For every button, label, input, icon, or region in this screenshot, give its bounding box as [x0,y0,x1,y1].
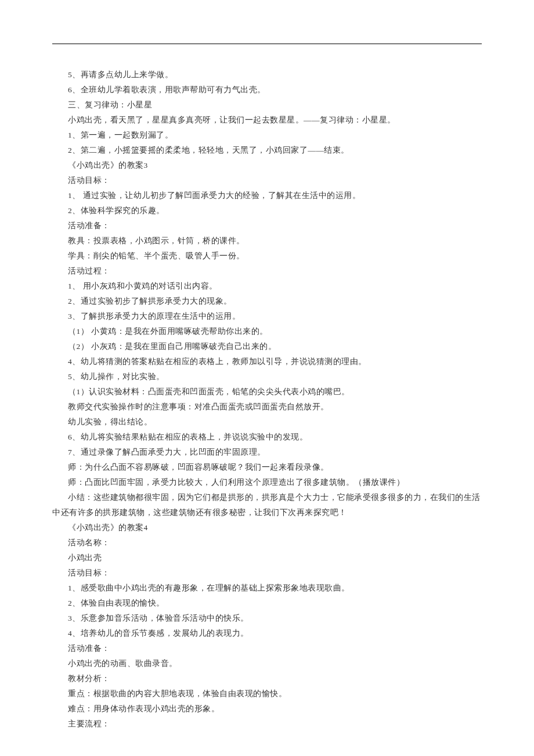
text-line: 学具：削尖的铅笔、半个蛋壳、吸管人手一份。 [52,249,482,264]
text-line: 4、培养幼儿的音乐节奏感，发展幼儿的表现力。 [52,626,482,641]
text-line: 1、 用小灰鸡和小黄鸡的对话引出内容。 [52,279,482,294]
text-line: 《小鸡出壳》的教案3 [52,158,482,173]
text-line: 5、幼儿操作，对比实验。 [52,369,482,384]
text-line: 教具：投票表格，小鸡图示，针筒，桥的课件。 [52,233,482,249]
text-line: 难点：用身体动作表现小鸡出壳的形象。 [52,701,482,717]
text-line: 6、全班幼儿学着歌表演，用歌声帮助可有力气出壳。 [52,82,482,98]
text-line: 3、乐意参加音乐活动，体验音乐活动中的快乐。 [52,611,482,626]
text-line: 师：凸面比凹面牢固，承受力比较大，人们利用这个原理造出了很多建筑物。（播放课件） [52,475,482,490]
text-line: 幼儿实验，得出结论。 [52,415,482,430]
text-line: 《小鸡出壳》的教案4 [52,520,482,535]
text-line: 重点：根据歌曲的内容大胆地表现，体验自由表现的愉快。 [52,686,482,701]
text-line: 小鸡出壳的动画、歌曲录音。 [52,656,482,671]
text-line: 2、体验自由表现的愉快。 [52,596,482,611]
text-line: 教材分析： [52,671,482,686]
text-line: 3、了解拱形承受力大的原理在生活中的运用。 [52,309,482,324]
text-line: 活动目标： [52,173,482,188]
text-line: 教师交代实验操作时的注意事项：对准凸面蛋壳或凹面蛋壳自然放开。 [52,399,482,415]
text-line: 2、体验科学探究的乐趣。 [52,203,482,218]
text-line: 小结：这些建筑物都很牢固，因为它们都是拱形的，拱形真是个大力士，它能承受很多很多… [52,490,482,520]
text-line: 活动准备： [52,641,482,656]
text-line: 活动目标： [52,566,482,581]
text-line: 活动准备： [52,218,482,233]
text-line: （1）认识实验材料：凸面蛋壳和凹面蛋壳，铅笔的尖尖头代表小鸡的嘴巴。 [52,384,482,399]
horizontal-rule [52,44,482,44]
text-line: 小鸡出壳 [52,550,482,566]
text-line: 2、通过实验初步了解拱形承受力大的现象。 [52,294,482,309]
text-line: 活动过程： [52,264,482,279]
document-body: 5、再请多点幼儿上来学做。 6、全班幼儿学着歌表演，用歌声帮助可有力气出壳。 三… [52,67,482,732]
text-line: 4、幼儿将猜测的答案粘贴在相应的表格上，教师加以引导，并说说猜测的理由。 [52,354,482,369]
text-line: 5、再请多点幼儿上来学做。 [52,67,482,82]
text-line: 三、复习律动：小星星 [52,98,482,113]
text-line: 2、第二遍，小摇篮要摇的柔柔地，轻轻地，天黑了，小鸡回家了——结束。 [52,143,482,158]
text-line: 1、第一遍，一起数别漏了。 [52,128,482,143]
text-line: （2） 小灰鸡：是我在里面自己用嘴啄破壳自己出来的。 [52,339,482,354]
text-line: 主要流程： [52,717,482,732]
text-line: （1） 小黄鸡：是我在外面用嘴啄破壳帮助你出来的。 [52,324,482,339]
text-line: 小鸡出壳，看天黑了，星星真多真亮呀，让我们一起去数星星。——复习律动：小星星。 [52,113,482,128]
text-line: 1、感受歌曲中小鸡出壳的有趣形象，在理解的基础上探索形象地表现歌曲。 [52,581,482,596]
text-line: 1、 通过实验，让幼儿初步了解凹面承受力大的经验，了解其在生活中的运用。 [52,188,482,203]
text-line: 活动名称： [52,535,482,550]
text-line: 7、通过录像了解凸面承受力大，比凹面的牢固原理。 [52,445,482,460]
text-line: 师：为什么凸面不容易啄破，凹面容易啄破呢？我们一起来看段录像。 [52,460,482,475]
text-line: 6、幼儿将实验结果粘贴在相应的表格上，并说说实验中的发现。 [52,430,482,445]
